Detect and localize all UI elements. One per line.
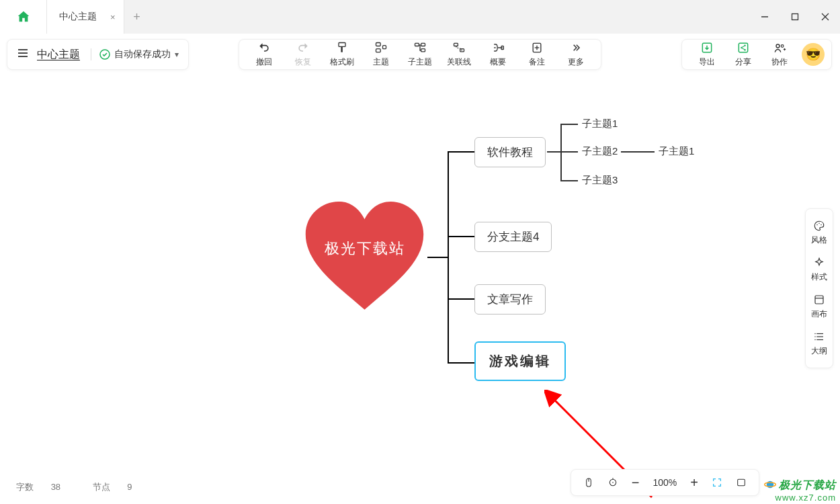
word-count: 字数 38 — [16, 482, 75, 492]
side-format-button[interactable]: 样式 — [806, 251, 833, 288]
side-label: 大纲 — [811, 345, 827, 357]
edge — [560, 151, 578, 153]
watermark-line2: www.xz7.com — [764, 493, 836, 503]
planet-icon — [764, 478, 776, 491]
relation-button[interactable]: 关联线 — [439, 41, 478, 68]
document-tab-title: 中心主题 — [59, 11, 97, 23]
add-tab-button[interactable]: + — [124, 0, 150, 34]
side-outline-button[interactable]: 大纲 — [806, 325, 833, 362]
share-icon — [737, 41, 750, 54]
subtopic-button[interactable]: 子主题 — [401, 41, 439, 68]
branch-node-topic4[interactable]: 分支主题4 — [474, 222, 552, 252]
svg-rect-14 — [421, 43, 425, 46]
undo-label: 撤回 — [256, 56, 272, 68]
close-tab-icon[interactable]: × — [110, 12, 116, 22]
read-mode-button[interactable] — [729, 477, 753, 488]
svg-rect-10 — [376, 43, 381, 46]
document-tab[interactable]: 中心主题 × — [47, 0, 124, 34]
format-brush-button[interactable]: 格式刷 — [323, 41, 362, 68]
home-tab[interactable] — [0, 0, 47, 34]
svg-rect-9 — [341, 46, 343, 52]
locate-icon — [607, 477, 618, 488]
note-icon — [530, 41, 544, 54]
share-label: 分享 — [735, 56, 751, 68]
tab-strip: 中心主题 × + — [0, 0, 840, 34]
topic-icon — [374, 41, 388, 54]
svg-rect-23 — [739, 43, 747, 52]
collab-button[interactable]: 协作 — [761, 41, 798, 68]
mouse-icon — [583, 477, 594, 488]
side-label: 风格 — [811, 235, 827, 246]
svg-point-46 — [612, 482, 614, 483]
status-bar: 字数 38 节点 9 — [16, 481, 162, 493]
side-style-button[interactable]: 风格 — [806, 214, 833, 251]
mouse-mode-button[interactable] — [577, 477, 601, 488]
sparkle-icon — [813, 257, 825, 269]
palette-icon — [813, 220, 825, 232]
side-label: 样式 — [811, 271, 827, 283]
side-canvas-button[interactable]: 画布 — [806, 288, 833, 325]
share-button[interactable]: 分享 — [725, 41, 761, 68]
close-window-button[interactable] — [810, 0, 840, 34]
more-button[interactable]: 更多 — [556, 41, 595, 68]
zoom-in-button[interactable]: + — [683, 475, 705, 491]
zoom-out-button[interactable]: − — [625, 475, 646, 491]
document-info-box: 中心主题 自动保存成功 ▾ — [7, 39, 189, 70]
right-toolbar: 导出 分享 协作 😎 — [681, 39, 832, 70]
zoom-percent[interactable]: 100% — [646, 477, 684, 488]
chevron-down-icon: ▾ — [175, 50, 179, 59]
zoom-bar: − 100% + — [571, 469, 759, 496]
undo-icon — [257, 41, 271, 54]
branch-label: 分支主题4 — [487, 230, 539, 243]
edge — [448, 362, 474, 364]
side-label: 画布 — [811, 308, 827, 320]
fit-button[interactable] — [705, 477, 729, 488]
branch-node-writing[interactable]: 文章写作 — [474, 284, 546, 314]
svg-point-33 — [818, 223, 820, 224]
svg-point-28 — [781, 45, 784, 48]
svg-rect-8 — [339, 43, 345, 47]
menu-icon[interactable] — [17, 47, 29, 62]
save-status[interactable]: 自动保存成功 ▾ — [99, 48, 179, 60]
svg-rect-35 — [815, 296, 823, 304]
subtopic-icon — [413, 41, 427, 54]
minimize-button[interactable] — [749, 0, 780, 34]
sub-node-3[interactable]: 子主题3 — [582, 174, 618, 187]
locate-button[interactable] — [601, 477, 625, 488]
center-node[interactable]: 极光下载站 — [299, 198, 430, 316]
fit-icon — [712, 477, 722, 488]
svg-rect-16 — [454, 43, 458, 46]
edge — [448, 236, 474, 237]
branch-label: 游戏编辑 — [489, 353, 551, 368]
collab-label: 协作 — [771, 56, 788, 68]
collab-icon — [773, 41, 786, 54]
export-button[interactable]: 导出 — [689, 41, 725, 68]
summary-button[interactable]: 概要 — [478, 41, 517, 68]
check-circle-icon — [99, 49, 110, 60]
summary-label: 概要 — [490, 56, 506, 68]
sub-node-1[interactable]: 子主题1 — [582, 118, 618, 130]
watermark: 极光下载站 www.xz7.com — [764, 478, 836, 503]
mindmap-canvas[interactable]: 极光下载站 软件教程 分支主题4 文章写作 游戏编辑 子主题1 子主题2 子主题… — [0, 74, 840, 504]
svg-point-32 — [816, 224, 818, 226]
top-row: 中心主题 自动保存成功 ▾ 撤回 恢复 格式刷 主题 子主题 — [0, 34, 840, 74]
edge — [448, 151, 474, 153]
note-button[interactable]: 备注 — [517, 41, 556, 68]
svg-point-27 — [776, 44, 780, 48]
topic-button[interactable]: 主题 — [362, 41, 401, 68]
maximize-button[interactable] — [780, 0, 810, 34]
svg-rect-1 — [792, 14, 798, 20]
canvas-icon — [813, 294, 825, 306]
branch-node-software[interactable]: 软件教程 — [474, 137, 546, 167]
branch-node-game[interactable]: 游戏编辑 — [474, 341, 566, 381]
sub-sub-node-1[interactable]: 子主题1 — [659, 145, 694, 158]
document-title[interactable]: 中心主题 — [37, 48, 80, 62]
redo-button[interactable]: 恢复 — [284, 41, 323, 68]
center-node-label: 极光下载站 — [325, 239, 405, 259]
redo-label: 恢复 — [295, 56, 311, 68]
edge — [448, 298, 474, 300]
svg-point-42 — [814, 339, 816, 341]
undo-button[interactable]: 撤回 — [245, 41, 284, 68]
user-avatar[interactable]: 😎 — [802, 43, 825, 66]
sub-node-2[interactable]: 子主题2 — [582, 145, 618, 158]
